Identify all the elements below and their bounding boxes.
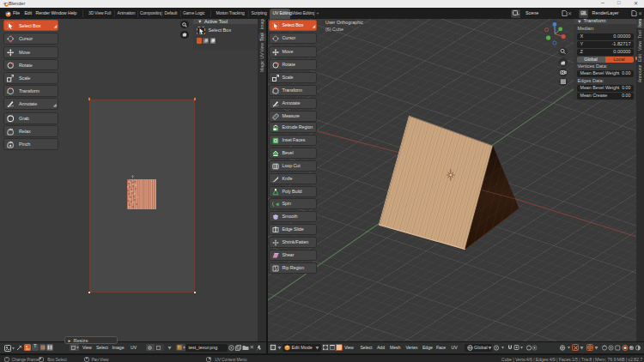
svg-text:View: View (259, 43, 264, 52)
svg-text:Edit: Edit (637, 53, 642, 61)
svg-text:Image: Image (259, 19, 264, 29)
svg-text:Tool: Tool (637, 30, 642, 39)
svg-text:View: View (637, 40, 642, 50)
svg-text:Item: Item (637, 19, 642, 27)
svg-text:Magic UV: Magic UV (259, 52, 264, 72)
svg-text:Tool: Tool (259, 33, 264, 41)
svg-text:Annotate: Annotate (637, 64, 642, 82)
